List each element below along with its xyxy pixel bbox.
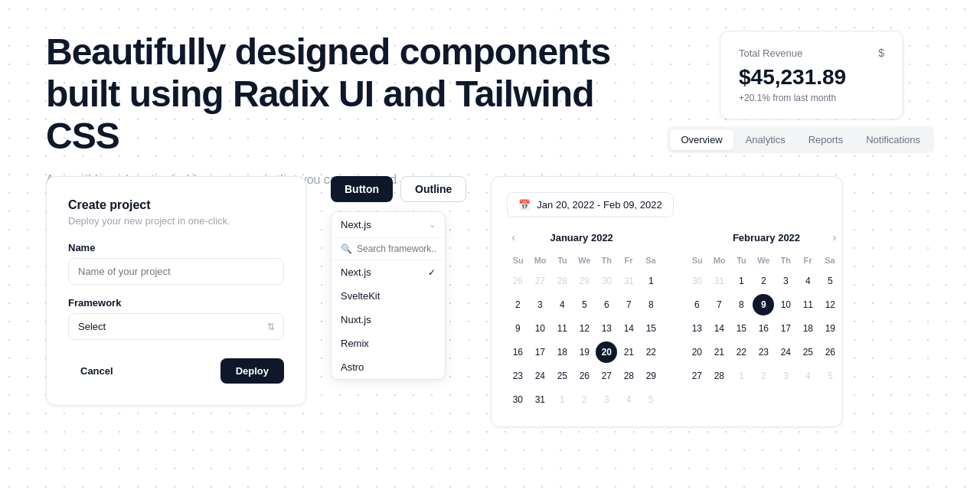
calendar-day[interactable]: 12: [573, 318, 595, 339]
calendar-day[interactable]: 1: [640, 270, 662, 292]
calendar-day[interactable]: 1: [551, 389, 573, 410]
calendar-day[interactable]: 24: [529, 365, 550, 387]
calendar-day[interactable]: 2: [753, 365, 774, 387]
calendar-day[interactable]: 11: [797, 294, 818, 315]
calendar-day[interactable]: 9: [507, 318, 528, 339]
tab-analytics[interactable]: Analytics: [735, 129, 796, 150]
tab-overview[interactable]: Overview: [670, 129, 733, 150]
dropdown-item[interactable]: Remix: [332, 332, 445, 355]
calendar-day[interactable]: 28: [708, 365, 730, 387]
calendar-next-button[interactable]: ›: [828, 230, 841, 245]
calendar-day[interactable]: 31: [618, 270, 639, 292]
calendar-day[interactable]: 10: [775, 294, 796, 315]
calendar-day[interactable]: 4: [797, 365, 818, 387]
calendar-day[interactable]: 3: [529, 294, 550, 315]
calendar-day[interactable]: 13: [596, 318, 617, 339]
calendar-day[interactable]: 10: [529, 318, 550, 339]
framework-select-wrapper: Select ⇅: [68, 313, 284, 340]
filled-button[interactable]: Button: [331, 176, 393, 202]
calendar-day[interactable]: 28: [551, 270, 573, 292]
calendar-day[interactable]: 18: [551, 341, 573, 363]
calendar-day[interactable]: 23: [753, 341, 774, 363]
calendar-day[interactable]: 29: [640, 365, 662, 387]
calendar-day[interactable]: 2: [507, 294, 528, 315]
calendar-day[interactable]: 1: [730, 365, 752, 387]
calendar-day[interactable]: 5: [640, 389, 662, 410]
calendar-day[interactable]: 21: [618, 341, 639, 363]
calendar-day[interactable]: 9: [753, 294, 774, 315]
calendar-day[interactable]: 3: [775, 270, 796, 292]
calendar-day[interactable]: 15: [730, 318, 752, 339]
calendar-day[interactable]: 14: [618, 318, 639, 339]
date-range[interactable]: 📅 Jan 20, 2022 - Feb 09, 2022: [507, 192, 673, 217]
tab-notifications[interactable]: Notifications: [855, 129, 931, 150]
cancel-button[interactable]: Cancel: [68, 359, 126, 383]
calendar-day[interactable]: 4: [551, 294, 573, 315]
calendar-day[interactable]: 4: [797, 270, 818, 292]
dropdown-item[interactable]: SvelteKit: [332, 284, 445, 308]
calendar-day[interactable]: 31: [529, 389, 550, 410]
calendar-day[interactable]: 3: [775, 365, 796, 387]
calendar-day[interactable]: 27: [686, 365, 707, 387]
framework-select[interactable]: Select: [68, 313, 284, 340]
calendar-day[interactable]: 5: [819, 365, 841, 387]
calendar-day[interactable]: 30: [686, 270, 707, 292]
calendar-day[interactable]: 29: [573, 270, 595, 292]
tab-reports[interactable]: Reports: [798, 129, 854, 150]
calendar-day[interactable]: 5: [573, 294, 595, 315]
calendar-day[interactable]: 26: [507, 270, 528, 292]
calendar-day[interactable]: 7: [618, 294, 639, 315]
calendar-day[interactable]: 28: [618, 365, 639, 387]
calendar-day[interactable]: 26: [573, 365, 595, 387]
calendar-day[interactable]: 7: [708, 294, 730, 315]
calendar-day[interactable]: 18: [797, 318, 818, 339]
calendar-day[interactable]: 6: [596, 294, 617, 315]
calendar-day[interactable]: 17: [529, 341, 550, 363]
calendar-day[interactable]: 1: [730, 270, 752, 292]
calendar-day[interactable]: 2: [753, 270, 774, 292]
dropdown-header[interactable]: Next.js⌄: [332, 212, 445, 238]
calendar-day[interactable]: 3: [596, 389, 617, 410]
calendar-day[interactable]: 11: [551, 318, 573, 339]
project-name-input[interactable]: [68, 258, 284, 285]
calendar-day[interactable]: 13: [686, 318, 707, 339]
calendar-day[interactable]: 30: [507, 389, 528, 410]
calendar-day[interactable]: 16: [507, 341, 528, 363]
calendar-day[interactable]: 30: [596, 270, 617, 292]
calendar-prev-button[interactable]: ‹: [507, 230, 520, 245]
calendar-day[interactable]: 19: [573, 341, 595, 363]
dropdown-item[interactable]: Nuxt.js: [332, 308, 445, 332]
calendar-day[interactable]: 12: [819, 294, 841, 315]
calendar-day[interactable]: 22: [640, 341, 662, 363]
dropdown-item[interactable]: Next.js✓: [332, 260, 445, 284]
calendar-day[interactable]: 24: [775, 341, 796, 363]
calendar-day[interactable]: 23: [507, 365, 528, 387]
calendar-day[interactable]: 20: [686, 341, 707, 363]
calendar-day[interactable]: 14: [708, 318, 730, 339]
calendar-day[interactable]: 21: [708, 341, 730, 363]
calendar-weekday: Tu: [551, 254, 573, 266]
deploy-button[interactable]: Deploy: [220, 358, 284, 384]
create-project-card: Create project Deploy your new project i…: [46, 176, 306, 406]
calendar-day[interactable]: 17: [775, 318, 796, 339]
calendar-day[interactable]: 2: [573, 389, 595, 410]
dropdown-search-input[interactable]: [357, 243, 436, 254]
calendar-day[interactable]: 20: [596, 341, 617, 363]
calendar-day[interactable]: 27: [529, 270, 550, 292]
calendar-day[interactable]: 16: [753, 318, 774, 339]
calendar-day[interactable]: 25: [797, 341, 818, 363]
calendar-day[interactable]: 8: [730, 294, 752, 315]
calendar-day[interactable]: 19: [819, 318, 841, 339]
calendar-day[interactable]: 15: [640, 318, 662, 339]
calendar-day[interactable]: 5: [819, 270, 841, 292]
outline-button[interactable]: Outline: [400, 176, 466, 202]
calendar-day[interactable]: 26: [819, 341, 841, 363]
dropdown-item[interactable]: Astro: [332, 355, 445, 379]
calendar-day[interactable]: 27: [596, 365, 617, 387]
calendar-day[interactable]: 31: [708, 270, 730, 292]
calendar-day[interactable]: 6: [686, 294, 707, 315]
calendar-day[interactable]: 4: [618, 389, 639, 410]
calendar-day[interactable]: 22: [730, 341, 752, 363]
calendar-day[interactable]: 8: [640, 294, 662, 315]
calendar-day[interactable]: 25: [551, 365, 573, 387]
